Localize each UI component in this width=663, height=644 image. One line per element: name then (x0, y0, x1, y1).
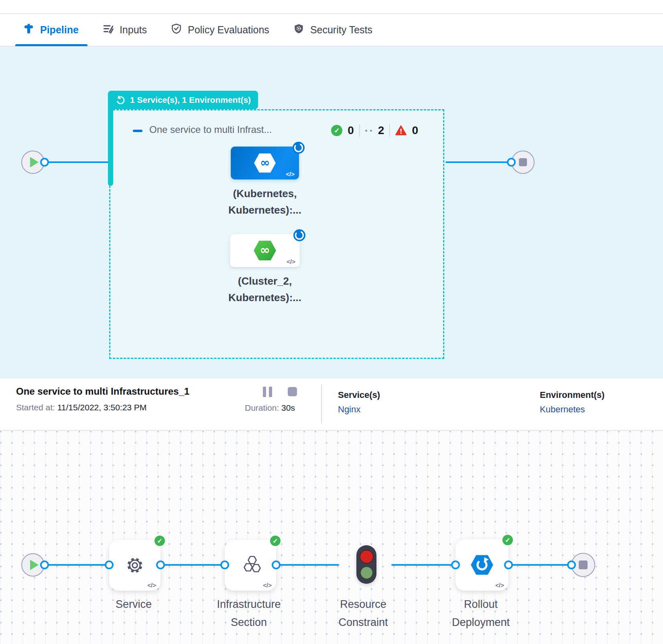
step-service[interactable]: ✓ </> (109, 540, 161, 591)
matrix-node-label: (Kubernetes, Kubernetes):... (201, 185, 329, 218)
svg-text:∞: ∞ (260, 243, 270, 257)
pipeline-icon (23, 23, 34, 37)
tab-security-tests[interactable]: Security Tests (293, 23, 372, 37)
divider (359, 124, 360, 137)
running-spinner-icon (292, 141, 305, 154)
tab-policy-evaluations[interactable]: Policy Evaluations (171, 23, 269, 37)
code-icon[interactable]: </> (287, 258, 295, 265)
harness-hexagon-logo: ∞ (254, 153, 276, 173)
stage-badge-tail (108, 109, 113, 186)
duration: Duration: 30s (245, 403, 295, 413)
divider (321, 384, 322, 424)
inputs-icon (103, 23, 114, 37)
hexagons-icon (240, 556, 261, 575)
harness-hexagon-logo-green: ∞ (253, 240, 277, 261)
matrix-node-kubernetes[interactable]: ∞ </> (231, 147, 299, 179)
stage-name-title: One service to multi Infrastructures_1 (16, 386, 189, 397)
connector-line (508, 564, 571, 566)
matrix-stage-badge-label: 1 Service(s), 1 Environment(s) (130, 95, 251, 105)
traffic-light-red (360, 550, 374, 564)
tab-label: Security Tests (310, 24, 372, 36)
play-icon (30, 560, 39, 570)
connector-line (445, 161, 511, 163)
connector-line (45, 564, 109, 566)
stop-icon (579, 560, 588, 569)
running-count: 2 (378, 124, 384, 137)
shield-check-icon (171, 23, 182, 37)
started-at-value: 11/15/2022, 3:50:23 PM (57, 403, 147, 412)
failed-count-icon (395, 125, 407, 136)
matrix-node-cluster-2[interactable]: ∞ </> (230, 234, 300, 267)
loop-icon (115, 95, 126, 105)
success-check-icon: ✓ (502, 534, 514, 546)
gear-icon (125, 555, 145, 575)
tab-label: Policy Evaluations (188, 24, 269, 36)
traffic-light-green (360, 566, 373, 579)
code-icon[interactable]: </> (147, 582, 156, 589)
stop-icon (519, 158, 527, 166)
tab-label: Inputs (120, 24, 147, 36)
code-icon[interactable]: </> (263, 582, 272, 589)
started-at: Started at: 11/15/2022, 3:50:23 PM (16, 403, 146, 412)
connector-line (391, 564, 456, 566)
success-check-icon: ✓ (154, 535, 166, 547)
connector-port (567, 560, 576, 569)
active-tab-underline (15, 44, 87, 46)
matrix-status-counts: ✓ 0 2 0 (331, 124, 418, 137)
execution-canvas[interactable]: ✓ </> Service ✓ </> Infrastructure Secti… (0, 431, 663, 644)
duration-value: 30s (281, 403, 295, 412)
svg-text:∞: ∞ (260, 156, 270, 169)
rollout-deployment-icon (470, 554, 494, 575)
connector-line (45, 161, 110, 163)
matrix-stage-title: One service to multi Infrast... (149, 124, 272, 135)
connector-line (161, 564, 225, 566)
divider (389, 124, 390, 137)
connector-port (40, 560, 49, 569)
services-label: Service(s) (338, 390, 380, 400)
code-icon[interactable]: </> (495, 582, 504, 589)
stage-graph-area: 1 Service(s), 1 Environment(s) One servi… (0, 47, 663, 379)
running-dots-icon (365, 130, 372, 132)
tab-label: Pipeline (40, 24, 79, 36)
matrix-node-label: (Cluster_2, Kubernetes):... (201, 273, 329, 306)
connector-port (40, 158, 49, 167)
stop-button[interactable] (288, 387, 297, 396)
success-count: 0 (348, 124, 354, 137)
tab-pipeline[interactable]: Pipeline (23, 23, 79, 37)
connector-port (105, 560, 114, 569)
running-spinner-icon (293, 229, 306, 242)
connector-port (451, 560, 460, 569)
connector-port (507, 158, 516, 167)
environments-value-link[interactable]: Kubernetes (540, 404, 585, 415)
connector-port (272, 560, 281, 569)
connector-port (156, 560, 165, 569)
success-check-icon: ✓ (269, 535, 281, 547)
pause-button[interactable] (263, 387, 272, 397)
connector-port (504, 560, 513, 569)
collapse-minus-icon[interactable] (133, 130, 142, 132)
step-resource-constraint[interactable] (356, 545, 376, 584)
services-value-link[interactable]: Nginx (338, 404, 360, 415)
play-icon (30, 157, 39, 167)
failed-count: 0 (412, 124, 418, 137)
code-icon[interactable]: </> (286, 171, 295, 177)
environments-label: Environment(s) (540, 390, 604, 400)
tab-bar: Pipeline Inputs Policy Evaluations Secur… (0, 14, 663, 47)
matrix-stage-badge[interactable]: 1 Service(s), 1 Environment(s) (108, 91, 258, 109)
tab-inputs[interactable]: Inputs (103, 23, 147, 37)
step-rollout-deployment[interactable]: ✓ </> (456, 539, 508, 591)
execution-details-bar: One service to multi Infrastructures_1 S… (0, 379, 663, 431)
connector-port (220, 560, 229, 569)
step-infrastructure[interactable]: ✓ </> (225, 540, 276, 591)
shield-gear-icon (293, 23, 304, 37)
top-strip (0, 0, 663, 14)
connector-line (276, 564, 339, 566)
step-label-rollout-deployment: Rollout Deployment (409, 595, 553, 632)
success-count-icon: ✓ (331, 125, 342, 136)
